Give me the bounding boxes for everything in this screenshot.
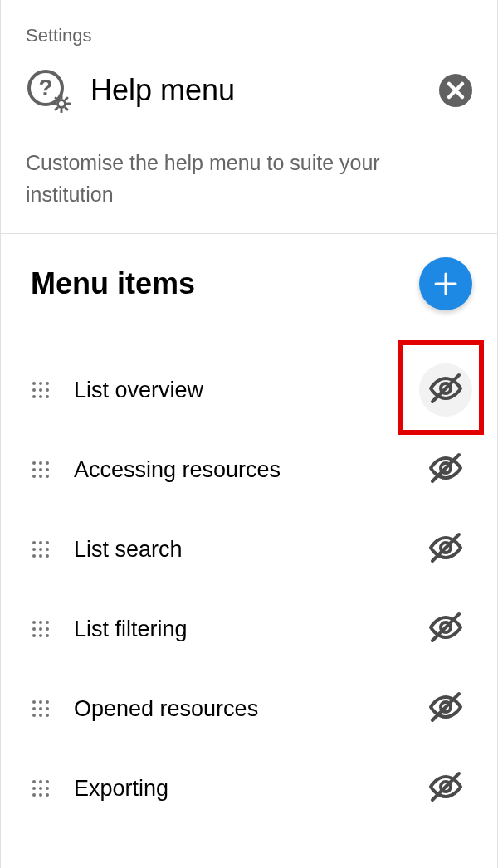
svg-point-67 <box>32 780 36 783</box>
svg-point-23 <box>32 461 36 465</box>
breadcrumb: Settings <box>26 25 472 46</box>
svg-point-36 <box>46 541 49 544</box>
svg-line-9 <box>56 108 57 110</box>
menu-item-label: Exporting <box>74 776 396 802</box>
svg-point-29 <box>32 475 36 478</box>
svg-point-46 <box>39 621 42 624</box>
svg-point-73 <box>32 793 36 797</box>
menu-item-label: List search <box>74 537 396 563</box>
svg-point-45 <box>32 621 36 624</box>
add-item-button[interactable] <box>419 257 472 310</box>
svg-point-63 <box>39 714 42 717</box>
svg-point-31 <box>46 475 49 478</box>
drag-handle-icon[interactable] <box>31 778 51 798</box>
svg-point-70 <box>32 787 36 790</box>
content-section: Menu items List overview Accessing resou… <box>1 234 497 828</box>
svg-point-61 <box>46 707 49 710</box>
section-title: Menu items <box>31 266 195 301</box>
svg-point-49 <box>39 627 42 631</box>
drag-handle-icon[interactable] <box>31 539 51 559</box>
svg-point-39 <box>46 548 49 551</box>
svg-point-28 <box>46 468 49 471</box>
svg-point-58 <box>46 700 49 704</box>
svg-point-13 <box>39 382 42 385</box>
svg-point-48 <box>32 627 36 631</box>
visibility-toggle-button[interactable] <box>419 682 472 735</box>
panel-header: Settings ? <box>1 0 497 234</box>
title-row: ? <box>26 68 472 113</box>
svg-point-64 <box>46 714 49 717</box>
drag-handle-icon[interactable] <box>31 460 51 480</box>
svg-text:?: ? <box>38 75 52 100</box>
visibility-toggle-button[interactable] <box>419 523 472 576</box>
svg-point-40 <box>32 554 36 558</box>
menu-item-label: List overview <box>74 378 396 403</box>
menu-item[interactable]: List overview <box>31 350 472 430</box>
menu-item-label: List filtering <box>74 617 396 642</box>
panel-description: Customise the help menu to suite your in… <box>26 148 472 210</box>
svg-point-17 <box>46 388 49 392</box>
svg-point-69 <box>46 780 49 783</box>
menu-item-label: Accessing resources <box>74 457 396 483</box>
svg-point-2 <box>58 100 66 108</box>
svg-line-10 <box>66 98 67 100</box>
visibility-toggle-button[interactable] <box>419 363 472 417</box>
svg-point-26 <box>32 468 36 471</box>
svg-point-72 <box>46 787 49 790</box>
svg-point-60 <box>39 707 42 710</box>
svg-point-53 <box>46 634 49 637</box>
visibility-off-icon <box>426 448 466 491</box>
svg-point-42 <box>46 554 49 558</box>
drag-handle-icon[interactable] <box>31 380 51 400</box>
svg-point-16 <box>39 388 42 392</box>
visibility-toggle-button[interactable] <box>419 602 472 656</box>
svg-point-20 <box>46 395 49 398</box>
visibility-off-icon <box>426 767 466 810</box>
menu-item[interactable]: List filtering <box>31 589 472 669</box>
svg-point-52 <box>39 634 42 637</box>
svg-point-35 <box>39 541 42 544</box>
svg-point-75 <box>46 793 49 797</box>
svg-point-19 <box>39 395 42 398</box>
menu-item[interactable]: Accessing resources <box>31 430 472 510</box>
menu-item-label: Opened resources <box>74 696 396 722</box>
visibility-off-icon <box>426 687 466 730</box>
svg-point-50 <box>46 627 49 631</box>
drag-handle-icon[interactable] <box>31 619 51 639</box>
svg-point-14 <box>46 382 49 385</box>
menu-item[interactable]: Opened resources <box>31 669 472 749</box>
svg-point-51 <box>32 634 36 637</box>
svg-point-37 <box>32 548 36 551</box>
svg-point-57 <box>39 700 42 704</box>
svg-point-59 <box>32 707 36 710</box>
plus-icon <box>434 272 457 295</box>
svg-point-25 <box>46 461 49 465</box>
svg-point-41 <box>39 554 42 558</box>
svg-point-18 <box>32 395 36 398</box>
svg-point-71 <box>39 787 42 790</box>
menu-items-list: List overview Accessing resources List s… <box>31 350 472 828</box>
svg-point-15 <box>32 388 36 392</box>
svg-point-47 <box>46 621 49 624</box>
menu-item[interactable]: List search <box>31 510 472 589</box>
svg-line-8 <box>66 108 67 110</box>
svg-line-7 <box>56 98 57 100</box>
help-settings-icon: ? <box>26 68 71 113</box>
settings-panel: Settings ? <box>0 0 498 868</box>
visibility-toggle-button[interactable] <box>419 443 472 496</box>
svg-point-27 <box>39 468 42 471</box>
svg-point-24 <box>39 461 42 465</box>
visibility-toggle-button[interactable] <box>419 762 472 815</box>
close-button[interactable] <box>439 74 472 107</box>
svg-point-38 <box>39 548 42 551</box>
drag-handle-icon[interactable] <box>31 699 51 719</box>
visibility-off-icon <box>426 528 466 571</box>
svg-point-62 <box>32 714 36 717</box>
svg-point-12 <box>32 382 36 385</box>
menu-item[interactable]: Exporting <box>31 749 472 828</box>
section-header: Menu items <box>31 257 472 310</box>
visibility-off-icon <box>426 607 466 651</box>
page-title: Help menu <box>90 73 419 108</box>
svg-point-56 <box>32 700 36 704</box>
svg-point-74 <box>39 793 42 797</box>
